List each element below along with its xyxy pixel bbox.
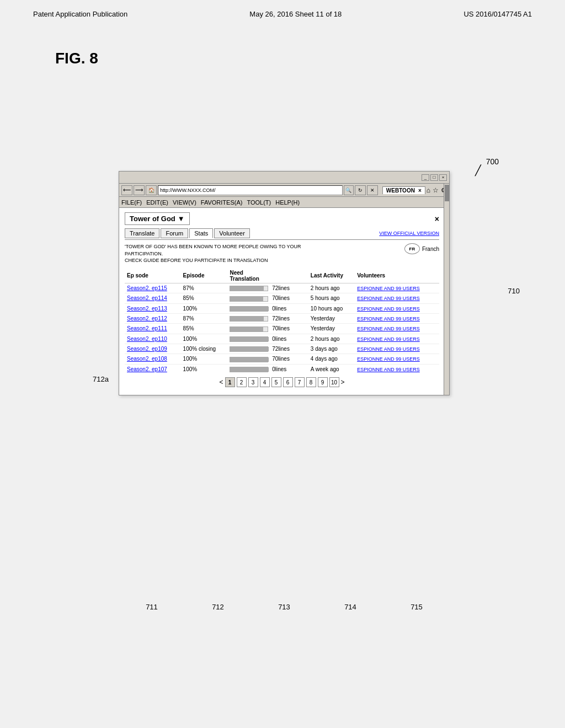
browser-tab[interactable]: WEBTOON × [382,186,425,194]
close-window-button[interactable]: × [439,174,447,181]
refresh-button[interactable]: ↻ [355,185,366,195]
progress-bar-fill [230,367,269,372]
content-close-button[interactable]: × [435,215,439,223]
col-last-activity: Last Activity [308,269,355,283]
episode-link[interactable]: Season2. ep107 [127,366,167,372]
progress-bar [230,286,268,291]
ref-700: 700 [486,157,499,166]
progress-bar-fill [230,286,264,291]
lines-count: 70lines [272,356,290,362]
view-official-link[interactable]: VIEW OFFICIAL VERSION [379,231,439,236]
volunteers-link[interactable]: ESPIONNE AND 99 USERS [357,346,420,352]
tab-close-button[interactable]: × [418,188,422,194]
menu-file[interactable]: FILE(F) [121,199,142,206]
volunteers-link[interactable]: ESPIONNE AND 99 USERS [357,286,420,291]
volunteers-link[interactable]: ESPIONNE AND 99 USERS [357,326,420,331]
sub-nav-tabs: Translate Forum Stats Volunteer [125,228,250,238]
episode-pct: 85% [183,325,194,331]
page-7-button[interactable]: 7 [295,377,305,387]
tab-stats[interactable]: Stats [189,228,213,238]
ref-711-label: 711 [146,603,158,611]
next-page-button[interactable]: > [341,378,345,386]
menu-tool[interactable]: TOOL(T) [247,199,271,206]
progress-bar-fill [230,357,269,362]
episode-link[interactable]: Season2. ep115 [127,285,167,291]
episode-pct: 87% [183,285,194,291]
pagination: < 1 2 3 4 5 6 7 8 9 10 > [125,374,439,390]
tab-translate[interactable]: Translate [125,228,159,238]
tab-forum[interactable]: Forum [161,228,188,238]
episode-link[interactable]: Season2. ep109 [127,346,167,352]
col-need-translation: NeedTranslation [227,269,308,283]
menu-favorites[interactable]: FAVORITES(A) [201,199,243,206]
progress-bar [230,367,268,372]
episode-link[interactable]: Season2. ep110 [127,336,167,342]
search-button[interactable]: 🔍 [344,185,354,195]
minimize-button[interactable]: _ [422,174,429,181]
episode-pct: 100% [183,366,198,372]
content-area: Tower of God ▼ × Translate Forum Stats V… [119,208,449,395]
address-input[interactable] [158,185,343,195]
lang-name: Franch [422,246,439,252]
progress-bar-fill [230,327,263,331]
info-text: 'TOWER OF GOD' HAS BEEN KNOWN TO MORE PE… [125,243,334,264]
progress-bar [230,316,268,322]
volunteers-link[interactable]: ESPIONNE AND 99 USERS [357,306,420,312]
scrollbar-thumb[interactable] [445,185,449,201]
tab-label: WEBTOON [386,188,415,194]
progress-bar [230,296,268,302]
page-3-button[interactable]: 3 [248,377,258,387]
page-10-button[interactable]: 10 [329,377,339,387]
fig-label: FIG. 8 [55,50,98,67]
last-activity: A week ago [311,366,339,372]
title-dropdown[interactable]: Tower of God ▼ [125,212,190,225]
stop-button[interactable]: ✕ [367,185,378,195]
favorites-icon: ☆ [433,186,439,194]
episode-link[interactable]: Season2. ep114 [127,295,167,301]
menu-edit[interactable]: EDIT(E) [146,199,168,206]
col-episode-label: Ep sode [125,269,181,283]
table-row: Season2. ep110100% 0lines2 hours agoESPI… [125,334,439,344]
home-icon: ⌂ [427,186,430,194]
page-1-button[interactable]: 1 [225,377,235,387]
lines-count: 70lines [272,295,290,301]
volunteers-link[interactable]: ESPIONNE AND 99 USERS [357,336,420,342]
page-9-button[interactable]: 9 [318,377,328,387]
page-2-button[interactable]: 2 [237,377,247,387]
episode-link[interactable]: Season2. ep108 [127,356,167,362]
tab-volunteer[interactable]: Volunteer [214,228,249,238]
lines-count: 0lines [272,336,286,342]
scrollbar[interactable] [444,184,449,395]
progress-bar-fill [230,337,269,341]
page-8-button[interactable]: 8 [306,377,316,387]
page-4-button[interactable]: 4 [260,377,270,387]
prev-page-button[interactable]: < [219,378,223,386]
sub-nav: Translate Forum Stats Volunteer VIEW OFF… [125,228,439,240]
lines-count: 0lines [272,306,286,312]
info-banner: 'TOWER OF GOD' HAS BEEN KNOWN TO MORE PE… [125,243,439,264]
volunteers-link[interactable]: ESPIONNE AND 99 USERS [357,296,420,301]
episode-pct: 100% [183,306,198,312]
episode-link[interactable]: Season2. ep112 [127,315,167,322]
back-button[interactable]: ⟵ [121,185,132,195]
menu-help[interactable]: HELP(H) [275,199,300,206]
forward-button[interactable]: ⟶ [134,185,145,195]
info-line1: 'TOWER OF GOD' HAS BEEN KNOWN TO MORE PE… [125,243,334,257]
menu-bar: FILE(F) EDIT(E) VIEW(V) FAVORITES(A) TOO… [119,197,449,208]
page-6-button[interactable]: 6 [283,377,293,387]
episode-link[interactable]: Season2. ep113 [127,306,167,312]
episode-link[interactable]: Season2. ep111 [127,325,167,331]
ref-710-label: 710 [508,287,520,295]
maximize-button[interactable]: □ [430,174,438,181]
col-volunteers: Volunteers [355,269,439,283]
page-5-button[interactable]: 5 [271,377,281,387]
episode-pct: 87% [183,315,194,322]
volunteers-link[interactable]: ESPIONNE AND 99 USERS [357,316,420,322]
patent-header: Patent Application Publication May 26, 2… [33,10,532,18]
progress-bar [230,357,268,362]
table-row: Season2. ep11185% 70linesYesterdayESPION… [125,324,439,334]
volunteers-link[interactable]: ESPIONNE AND 99 USERS [357,356,420,362]
menu-view[interactable]: VIEW(V) [173,199,196,206]
home-button[interactable]: 🏠 [146,185,157,195]
volunteers-link[interactable]: ESPIONNE AND 99 USERS [357,367,420,372]
